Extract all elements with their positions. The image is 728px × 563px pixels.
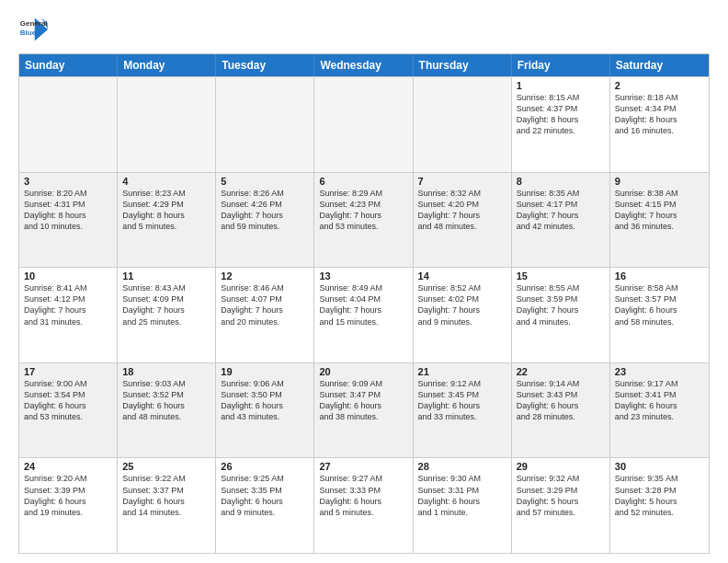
calendar-cell: 20Sunrise: 9:09 AMSunset: 3:47 PMDayligh… (314, 363, 413, 458)
day-info: Sunrise: 8:38 AMSunset: 4:15 PMDaylight:… (615, 188, 704, 233)
calendar-week-row: 10Sunrise: 8:41 AMSunset: 4:12 PMDayligh… (19, 267, 709, 362)
day-info: Sunrise: 8:20 AMSunset: 4:31 PMDaylight:… (24, 188, 112, 233)
day-number: 23 (615, 366, 704, 377)
calendar-cell: 3Sunrise: 8:20 AMSunset: 4:31 PMDaylight… (19, 173, 118, 268)
day-info: Sunrise: 9:14 AMSunset: 3:43 PMDaylight:… (517, 378, 605, 423)
calendar-cell-empty (216, 77, 314, 172)
day-number: 16 (615, 270, 704, 282)
day-info: Sunrise: 9:25 AMSunset: 3:35 PMDaylight:… (221, 473, 309, 518)
calendar-cell: 19Sunrise: 9:06 AMSunset: 3:50 PMDayligh… (216, 363, 314, 458)
calendar-cell-empty (314, 77, 413, 172)
day-info: Sunrise: 8:58 AMSunset: 3:57 PMDaylight:… (615, 282, 704, 327)
day-number: 10 (24, 270, 112, 282)
calendar-cell: 23Sunrise: 9:17 AMSunset: 3:41 PMDayligh… (610, 363, 709, 458)
day-info: Sunrise: 9:30 AMSunset: 3:31 PMDaylight:… (418, 473, 506, 518)
calendar: SundayMondayTuesdayWednesdayThursdayFrid… (18, 53, 710, 554)
day-info: Sunrise: 9:06 AMSunset: 3:50 PMDaylight:… (221, 378, 309, 423)
calendar-cell: 10Sunrise: 8:41 AMSunset: 4:12 PMDayligh… (19, 268, 118, 362)
day-number: 5 (221, 176, 309, 187)
calendar-header-row: SundayMondayTuesdayWednesdayThursdayFrid… (19, 54, 709, 76)
calendar-header-cell: Tuesday (216, 54, 314, 76)
svg-text:Blue: Blue (20, 29, 37, 37)
calendar-cell: 15Sunrise: 8:55 AMSunset: 3:59 PMDayligh… (512, 268, 610, 362)
calendar-cell-empty (19, 77, 118, 172)
day-info: Sunrise: 9:09 AMSunset: 3:47 PMDaylight:… (319, 378, 407, 423)
calendar-cell: 29Sunrise: 9:32 AMSunset: 3:29 PMDayligh… (512, 458, 610, 553)
calendar-cell: 11Sunrise: 8:43 AMSunset: 4:09 PMDayligh… (118, 268, 216, 362)
calendar-week-row: 3Sunrise: 8:20 AMSunset: 4:31 PMDaylight… (19, 172, 709, 268)
day-number: 1 (517, 80, 605, 91)
calendar-cell: 5Sunrise: 8:26 AMSunset: 4:26 PMDaylight… (216, 173, 314, 268)
calendar-cell: 9Sunrise: 8:38 AMSunset: 4:15 PMDaylight… (610, 173, 709, 268)
day-info: Sunrise: 9:22 AMSunset: 3:37 PMDaylight:… (122, 473, 210, 518)
calendar-cell: 13Sunrise: 8:49 AMSunset: 4:04 PMDayligh… (314, 268, 413, 362)
day-number: 6 (319, 176, 407, 187)
calendar-cell: 2Sunrise: 8:18 AMSunset: 4:34 PMDaylight… (610, 77, 709, 172)
day-number: 15 (517, 270, 605, 282)
day-number: 11 (122, 270, 210, 282)
day-number: 3 (24, 176, 112, 187)
day-info: Sunrise: 9:12 AMSunset: 3:45 PMDaylight:… (418, 378, 506, 423)
day-info: Sunrise: 8:23 AMSunset: 4:29 PMDaylight:… (122, 188, 210, 233)
day-number: 29 (517, 461, 605, 472)
calendar-header-cell: Wednesday (314, 54, 413, 76)
calendar-cell: 24Sunrise: 9:20 AMSunset: 3:39 PMDayligh… (19, 458, 118, 553)
calendar-week-row: 17Sunrise: 9:00 AMSunset: 3:54 PMDayligh… (19, 362, 709, 458)
day-info: Sunrise: 8:29 AMSunset: 4:23 PMDaylight:… (319, 188, 407, 233)
day-info: Sunrise: 8:55 AMSunset: 3:59 PMDaylight:… (517, 282, 605, 327)
day-info: Sunrise: 8:43 AMSunset: 4:09 PMDaylight:… (122, 282, 210, 327)
day-info: Sunrise: 8:35 AMSunset: 4:17 PMDaylight:… (517, 188, 605, 233)
day-number: 24 (24, 461, 112, 472)
calendar-cell: 4Sunrise: 8:23 AMSunset: 4:29 PMDaylight… (118, 173, 216, 268)
day-number: 4 (122, 176, 210, 187)
day-number: 21 (418, 366, 506, 377)
day-number: 28 (418, 461, 506, 472)
calendar-cell: 8Sunrise: 8:35 AMSunset: 4:17 PMDaylight… (512, 173, 610, 268)
calendar-week-row: 1Sunrise: 8:15 AMSunset: 4:37 PMDaylight… (19, 76, 709, 172)
day-number: 13 (319, 270, 407, 282)
day-number: 17 (24, 366, 112, 377)
calendar-header-cell: Thursday (414, 54, 512, 76)
day-info: Sunrise: 9:27 AMSunset: 3:33 PMDaylight:… (319, 473, 407, 518)
calendar-cell: 16Sunrise: 8:58 AMSunset: 3:57 PMDayligh… (610, 268, 709, 362)
day-info: Sunrise: 9:32 AMSunset: 3:29 PMDaylight:… (517, 473, 605, 518)
day-info: Sunrise: 9:03 AMSunset: 3:52 PMDaylight:… (122, 378, 210, 423)
calendar-cell-empty (118, 77, 216, 172)
day-number: 27 (319, 461, 407, 472)
calendar-cell: 18Sunrise: 9:03 AMSunset: 3:52 PMDayligh… (118, 363, 216, 458)
logo-icon: General Blue (18, 15, 48, 44)
calendar-header-cell: Sunday (19, 54, 118, 76)
calendar-body: 1Sunrise: 8:15 AMSunset: 4:37 PMDaylight… (19, 76, 709, 553)
day-info: Sunrise: 8:32 AMSunset: 4:20 PMDaylight:… (418, 188, 506, 233)
day-info: Sunrise: 9:20 AMSunset: 3:39 PMDaylight:… (24, 473, 112, 518)
calendar-cell: 21Sunrise: 9:12 AMSunset: 3:45 PMDayligh… (414, 363, 512, 458)
calendar-header-cell: Friday (512, 54, 610, 76)
day-info: Sunrise: 9:17 AMSunset: 3:41 PMDaylight:… (615, 378, 704, 423)
day-number: 25 (122, 461, 210, 472)
day-number: 2 (615, 80, 704, 91)
calendar-cell: 14Sunrise: 8:52 AMSunset: 4:02 PMDayligh… (414, 268, 512, 362)
calendar-cell: 17Sunrise: 9:00 AMSunset: 3:54 PMDayligh… (19, 363, 118, 458)
day-number: 8 (517, 176, 605, 187)
day-info: Sunrise: 8:49 AMSunset: 4:04 PMDaylight:… (319, 282, 407, 327)
calendar-header-cell: Monday (118, 54, 216, 76)
day-info: Sunrise: 9:35 AMSunset: 3:28 PMDaylight:… (615, 473, 704, 518)
calendar-cell: 27Sunrise: 9:27 AMSunset: 3:33 PMDayligh… (314, 458, 413, 553)
calendar-header-cell: Saturday (610, 54, 709, 76)
logo: General Blue (18, 15, 51, 44)
day-number: 26 (221, 461, 309, 472)
day-number: 20 (319, 366, 407, 377)
day-info: Sunrise: 8:52 AMSunset: 4:02 PMDaylight:… (418, 282, 506, 327)
day-info: Sunrise: 8:15 AMSunset: 4:37 PMDaylight:… (517, 92, 605, 137)
day-number: 22 (517, 366, 605, 377)
calendar-cell: 12Sunrise: 8:46 AMSunset: 4:07 PMDayligh… (216, 268, 314, 362)
calendar-cell: 26Sunrise: 9:25 AMSunset: 3:35 PMDayligh… (216, 458, 314, 553)
calendar-week-row: 24Sunrise: 9:20 AMSunset: 3:39 PMDayligh… (19, 457, 709, 553)
day-info: Sunrise: 8:41 AMSunset: 4:12 PMDaylight:… (24, 282, 112, 327)
day-info: Sunrise: 8:18 AMSunset: 4:34 PMDaylight:… (615, 92, 704, 137)
day-number: 30 (615, 461, 704, 472)
page: General Blue SundayMondayTuesdayWednesda… (0, 0, 728, 563)
calendar-cell: 28Sunrise: 9:30 AMSunset: 3:31 PMDayligh… (414, 458, 512, 553)
calendar-cell: 25Sunrise: 9:22 AMSunset: 3:37 PMDayligh… (118, 458, 216, 553)
calendar-cell: 30Sunrise: 9:35 AMSunset: 3:28 PMDayligh… (610, 458, 709, 553)
